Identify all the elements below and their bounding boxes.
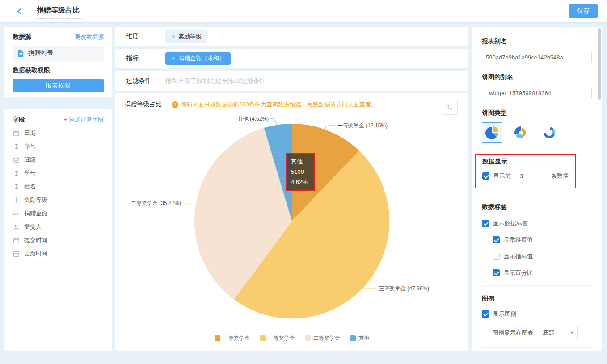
permission-title: 数据获取权限 [13,67,104,75]
dimension-tag[interactable]: ▼ 奖励等级 [165,30,207,43]
field-item-label: 奖励等级 [24,196,47,204]
text-icon [13,197,20,203]
metric-tag-label: 捐赠金额（求和） [178,54,225,63]
field-item-9[interactable]: 更新时间 [13,247,104,260]
legend-swatch [350,335,356,341]
save-button[interactable]: 保存 [569,4,598,18]
pie-label-3: 其他 (4.62%) [238,116,269,122]
show-legend-label: 显示图例 [493,310,516,318]
legend-swatch [305,335,311,341]
report-alias-label: 报表别名 [482,38,592,46]
data-label-option-2: 显示指标值 [493,252,592,260]
document-icon [17,50,25,57]
show-first-label: 显示前 [493,172,511,180]
legend-item-1[interactable]: 三等奖学金 [260,335,295,342]
field-item-label: 姓名 [24,183,36,191]
datasource-title: 数据源 [13,33,31,41]
field-item-label: 更新时间 [24,250,47,258]
field-item-label: 班级 [24,156,36,164]
checkbox[interactable] [493,236,500,243]
pie-label-0: 一等奖学金 (12.15%) [337,122,388,129]
donut-chart-icon [542,126,556,140]
warning-icon: ! [172,101,178,108]
pie-type-rose[interactable] [510,122,531,143]
widget-alias-label: 饼图的别名 [482,73,592,81]
chevron-left-icon [16,7,24,15]
chart-tooltip: 其他 5100 4.62% [286,153,315,191]
field-item-label: 序号 [24,142,36,151]
pie-label-1: 三等奖学金 (47.96%) [379,285,429,292]
pie-label-2: 二等奖学金 (35.27%) [131,200,181,206]
row-count-input[interactable] [515,170,547,182]
legend-item-label: 二等奖学金 [313,335,340,342]
field-item-label: 提交人 [24,223,42,231]
pie-chart-svg: 一等奖学金 (12.15%)三等奖学金 (47.96%)二等奖学金 (35.27… [115,111,468,335]
legend-item-3[interactable]: 其他 [350,335,369,342]
center-column: 维度 ▼ 奖励等级 指标 ▼ 捐赠金额（求和） 过滤条件 拖动左侧字段到此处来添… [115,27,468,351]
field-item-6[interactable]: 123捐赠金额 [13,207,104,220]
field-item-label: 学号 [24,169,36,177]
tooltip-percent: 4.62% [291,177,314,188]
field-item-label: 日期 [24,129,36,137]
left-sidebar: 数据源 更改数据源 捐赠列表 数据获取权限 报表权限 字段 + 添加计算字段 日… [4,27,112,351]
dimension-tag-label: 奖励等级 [178,33,202,41]
field-item-2[interactable]: 班级 [13,153,104,167]
row-count-suffix: 条数据 [551,172,569,180]
pie-type-options [482,122,592,143]
report-alias-input[interactable] [482,51,592,63]
scrollbar-thumb[interactable] [598,28,601,100]
pie-type-standard[interactable] [482,122,502,143]
change-datasource-link[interactable]: 更改数据源 [75,33,104,41]
report-permission-button[interactable]: 报表权限 [13,79,104,92]
back-button[interactable] [13,5,26,17]
field-item-3[interactable]: 学号 [13,167,104,180]
add-calculated-field-link[interactable]: + 添加计算字段 [64,116,104,124]
legend-item-label: 三等奖学金 [268,335,295,342]
metric-tag[interactable]: ▼ 捐赠金额（求和） [165,52,231,65]
data-label-option-3: 显示百分比 [493,269,592,277]
field-item-5[interactable]: 奖励等级 [13,193,104,207]
text-icon [13,184,20,190]
field-item-8[interactable]: 提交时间 [13,234,104,247]
field-item-0[interactable]: 日期 [13,126,104,140]
legend-item-label: 一等奖学金 [223,335,250,342]
text-icon [13,143,20,150]
checkbox[interactable] [493,269,500,276]
data-label-option-0: 显示数据标签 [482,219,592,227]
main-layout: 数据源 更改数据源 捐赠列表 数据获取权限 报表权限 字段 + 添加计算字段 日… [0,22,607,355]
show-legend-checkbox[interactable] [482,310,489,318]
pie-chart-icon [485,126,499,140]
legend-item-0[interactable]: 一等奖学金 [215,335,250,342]
datasource-item[interactable]: 捐赠列表 [13,46,104,61]
checkbox[interactable] [482,220,489,227]
show-legend-row: 显示图例 [482,310,592,318]
checkbox-label: 显示指标值 [504,252,533,260]
calendar-icon [13,251,20,257]
select-icon [13,157,20,163]
field-item-1[interactable]: 序号 [13,140,104,153]
field-item-4[interactable]: 姓名 [13,180,104,193]
checkbox[interactable] [493,253,500,260]
sort-arrows-icon [446,103,453,110]
field-item-7[interactable]: 提交人 [13,220,104,234]
legend-position-select[interactable]: 底部 ▼ [538,326,578,339]
dimension-label: 维度 [126,33,165,41]
field-list: 日期序号班级学号姓名奖励等级123捐赠金额提交人提交时间更新时间 [13,126,104,260]
data-label-option-1: 显示维度值 [493,236,592,244]
legend-swatch [215,335,220,341]
legend-item-2[interactable]: 二等奖学金 [305,335,340,342]
fields-card: 字段 + 添加计算字段 日期序号班级学号姓名奖励等级123捐赠金额提交人提交时间… [4,109,112,351]
filter-row[interactable]: 过滤条件 拖动左侧字段到此处来添加过滤条件 [115,71,468,91]
data-display-section-highlight: 数据显示 显示前 条数据 [475,154,576,188]
rose-chart-icon [514,126,528,140]
metric-row: 指标 ▼ 捐赠金额（求和） [115,49,468,68]
pie-type-donut[interactable] [539,122,560,143]
widget-alias-input[interactable] [482,87,592,99]
preview-warning-text: 编辑界面只取数据源前200条作为查询数据预览，完整数据请访问页面查看。 [181,100,377,109]
fields-title: 字段 [13,116,25,124]
data-label-title: 数据标签 [482,203,592,211]
show-first-checkbox[interactable] [482,172,489,180]
top-bar: 捐赠等级占比 保存 [0,0,607,22]
calendar-icon [13,237,20,244]
legend-position-label: 图例显示在图表 [493,329,533,337]
